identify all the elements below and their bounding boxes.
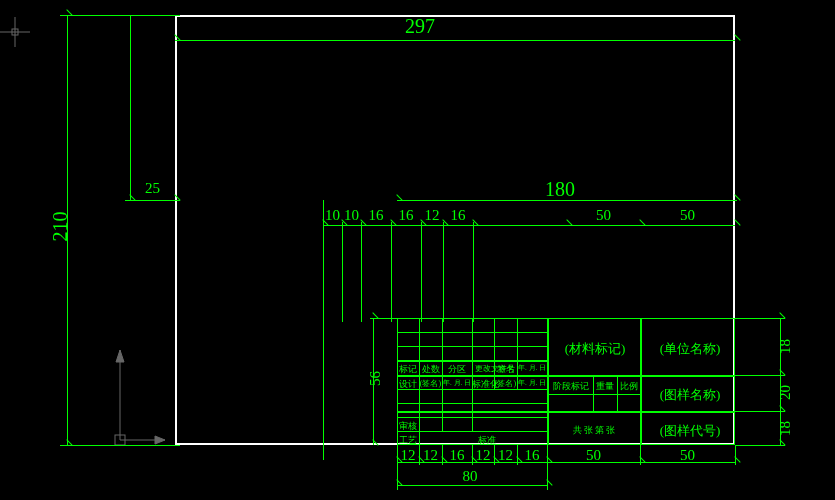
cell: 年. 月. 日: [442, 378, 472, 388]
cell-sheets: 共 张 第 张: [548, 424, 640, 437]
cell: 工艺: [397, 434, 419, 447]
cell: 设计: [397, 378, 419, 391]
ext-line: [60, 15, 180, 16]
cell: 年. 月. 日: [517, 378, 547, 388]
ext-line: [735, 445, 785, 446]
dim-col: 16: [443, 207, 473, 224]
dim-col: 12: [419, 447, 442, 464]
svg-marker-1: [155, 436, 165, 444]
cell-drawing-name: (图样名称): [645, 386, 735, 404]
dim-line-margin: [125, 200, 180, 201]
ext-line: [473, 222, 474, 322]
cell: (签名): [419, 378, 442, 389]
ext-line: [735, 375, 785, 376]
dim-56-label: 56: [367, 359, 384, 399]
dim-80-label: 80: [440, 468, 500, 485]
dim-row: 20: [777, 378, 794, 408]
ext-line: [735, 411, 785, 412]
ext-line: [370, 318, 400, 319]
ext-line: [342, 222, 343, 322]
dim-tb-width-label: 180: [530, 178, 590, 201]
ext-line: [323, 200, 324, 460]
cell: 标记: [397, 363, 419, 376]
ext-line: [130, 15, 131, 200]
crosshair-icon: [0, 17, 30, 47]
dim-row: 18: [777, 414, 794, 444]
ext-line: [735, 445, 736, 465]
dim-col: 12: [421, 207, 443, 224]
cell: 审核: [397, 420, 419, 433]
ext-line: [443, 222, 444, 322]
dim-col: 16: [517, 447, 547, 464]
cell-weight: 重量: [593, 380, 617, 393]
cad-canvas[interactable]: 297 210 25 180 10 10 16 16 12 16 50 50: [0, 0, 835, 500]
tb-row: [397, 411, 735, 413]
dim-col: 10: [323, 207, 342, 224]
dim-col: 16: [442, 447, 472, 464]
dim-line-80: [397, 485, 547, 486]
svg-marker-3: [116, 350, 124, 362]
dim-col: 50: [640, 447, 735, 464]
cell: 分区: [442, 363, 472, 376]
ext-line: [361, 222, 362, 322]
cell: 签名: [494, 363, 517, 376]
dim-col: 10: [342, 207, 361, 224]
dim-height-label: 210: [49, 197, 72, 257]
dim-col: 16: [361, 207, 391, 224]
dim-col: 50: [640, 207, 735, 224]
dim-margin-label: 25: [130, 180, 175, 197]
cell: 年. 月. 日: [517, 363, 547, 373]
cell: 标准: [472, 434, 502, 447]
dim-col: 12: [494, 447, 517, 464]
cell: 处数: [419, 363, 442, 376]
ucs-icon: [100, 340, 170, 460]
tb-col: [472, 318, 473, 431]
cell: (签名): [494, 378, 517, 389]
ext-line: [391, 222, 392, 322]
cell-stage: 阶段标记: [548, 380, 593, 393]
cell-material: (材料标记): [550, 340, 640, 358]
dim-col: 50: [567, 207, 640, 224]
cell-scale: 比例: [617, 380, 641, 393]
cell-drawing-no: (图样代号): [645, 422, 735, 440]
dim-col: 12: [472, 447, 494, 464]
dim-width-label: 297: [380, 15, 460, 38]
ext-line: [60, 445, 180, 446]
dim-line-topcols: [323, 225, 735, 226]
dim-line-width: [175, 40, 735, 41]
dim-col: 16: [391, 207, 421, 224]
dim-col: 12: [397, 447, 419, 464]
cell: 标准化: [472, 378, 494, 391]
ext-line: [735, 318, 785, 319]
ext-line: [421, 222, 422, 322]
cell-company: (单位名称): [645, 340, 735, 358]
dim-col: 50: [547, 447, 640, 464]
dim-row: 18: [777, 332, 794, 362]
